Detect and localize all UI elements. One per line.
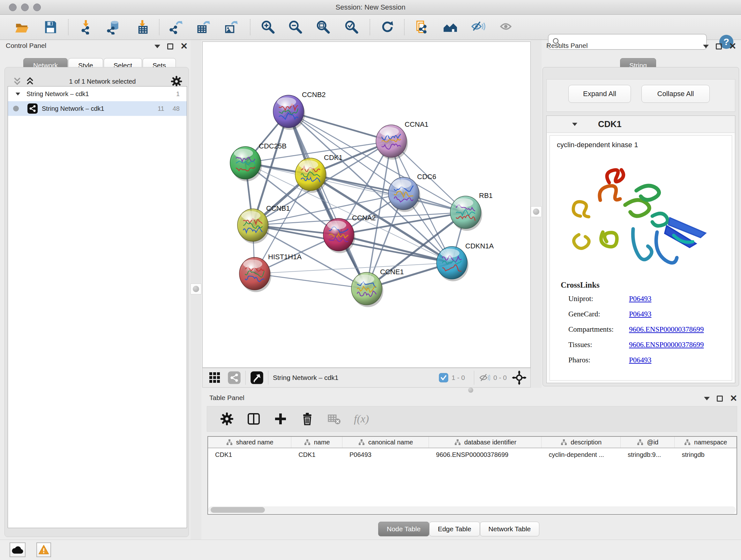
- network-node-CCNB2[interactable]: CCNB2: [273, 91, 326, 130]
- crosslink-value-link[interactable]: 9606.ENSP00000378699: [629, 325, 704, 334]
- scrollbar-thumb[interactable]: [211, 507, 265, 513]
- network-edge[interactable]: [288, 111, 367, 289]
- network-node-CCNA1[interactable]: CCNA1: [376, 120, 428, 160]
- zoom-fit-button[interactable]: [314, 17, 332, 37]
- gene-header[interactable]: CDK1: [547, 116, 735, 133]
- column-header-name[interactable]: name: [291, 437, 342, 448]
- column-header--id[interactable]: @id: [621, 437, 675, 448]
- control-panel-menu-icon[interactable]: [154, 45, 160, 48]
- network-edge[interactable]: [311, 174, 466, 212]
- network-node-count: 11: [158, 105, 164, 112]
- import-network-button[interactable]: [77, 17, 95, 37]
- table-panel-close-icon[interactable]: ✕: [730, 395, 737, 401]
- delete-column-icon[interactable]: [300, 412, 314, 426]
- table-cell: 9606.ENSP00000378699: [429, 448, 542, 461]
- column-header-database-identifier[interactable]: database identifier: [429, 437, 542, 448]
- table-tabs: Node TableEdge TableNetwork Table: [378, 522, 539, 537]
- tab-node-table[interactable]: Node Table: [378, 522, 429, 537]
- zoom-in-button[interactable]: [259, 17, 277, 37]
- crosslink-value-link[interactable]: P06493: [629, 356, 651, 364]
- open-session-icon: [14, 20, 29, 35]
- results-panel-close-icon[interactable]: ✕: [729, 43, 736, 50]
- show-columns-icon[interactable]: [247, 412, 261, 426]
- crosslink-value-link[interactable]: P06493: [629, 295, 651, 303]
- hide-selected-button[interactable]: [469, 17, 487, 37]
- collapse-all-button[interactable]: Collapse All: [642, 85, 710, 103]
- network-collection-row[interactable]: String Network – cdk1 1: [8, 86, 187, 101]
- export-table-button[interactable]: [194, 17, 212, 37]
- show-all-button[interactable]: [497, 17, 515, 37]
- network-graph[interactable]: CCNB2CCNA1CDC25BCDK1CDC6RB1CCNB1CCNA2CDK…: [203, 42, 530, 368]
- node-label-CCNA1: CCNA1: [405, 120, 428, 128]
- selected-checkbox-icon[interactable]: [439, 373, 448, 382]
- control-panel-close-icon[interactable]: ✕: [180, 43, 188, 50]
- column-header-canonical-name[interactable]: canonical name: [342, 437, 429, 448]
- show-all-icon: [499, 20, 514, 35]
- crosslink-value-link[interactable]: 9606.ENSP00000378699: [629, 341, 704, 349]
- table-row[interactable]: CDK1CDK1P064939606.ENSP00000378699cyclin…: [208, 448, 737, 461]
- export-network-button[interactable]: [167, 17, 185, 37]
- zoom-out-button[interactable]: [286, 17, 305, 37]
- toolbar-separator: [68, 19, 69, 35]
- right-splitter[interactable]: [531, 40, 542, 388]
- column-type-icon: [560, 439, 567, 446]
- expand-all-button[interactable]: Expand All: [568, 85, 631, 103]
- network-canvas[interactable]: CCNB2CCNA1CDC25BCDK1CDC6RB1CCNB1CCNA2CDK…: [202, 42, 531, 368]
- network-row[interactable]: String Network – cdk1 11 48: [8, 101, 187, 116]
- node-label-RB1: RB1: [479, 192, 493, 199]
- table-horizontal-scrollbar[interactable]: [208, 506, 736, 513]
- open-in-browser-icon[interactable]: [250, 371, 264, 384]
- left-splitter[interactable]: [191, 40, 201, 540]
- network-edge[interactable]: [255, 273, 367, 289]
- expand-all-icon[interactable]: [25, 77, 35, 86]
- crosslinks-title: CrossLinks: [561, 281, 732, 290]
- collapse-all-icon[interactable]: [13, 77, 22, 86]
- create-column-icon[interactable]: [273, 412, 287, 426]
- results-panel-float-icon[interactable]: [716, 44, 722, 50]
- network-node-HIST1H1A[interactable]: HIST1H1A: [239, 253, 301, 292]
- control-panel-float-icon[interactable]: [167, 44, 173, 50]
- column-header-namespace[interactable]: namespace: [675, 437, 737, 448]
- horizontal-splitter[interactable]: [202, 388, 741, 392]
- cloud-button[interactable]: [10, 543, 25, 557]
- table-panel-float-icon[interactable]: [717, 395, 723, 401]
- warnings-button[interactable]: [37, 543, 51, 557]
- import-table-button[interactable]: [133, 17, 151, 37]
- string-panel-icon[interactable]: [227, 371, 241, 384]
- open-session-button[interactable]: [13, 17, 30, 37]
- save-session-button[interactable]: [42, 17, 59, 37]
- crosslink-value-link[interactable]: P06493: [629, 310, 651, 318]
- splitter-handle[interactable]: [193, 286, 199, 292]
- fit-content-icon[interactable]: [512, 370, 527, 385]
- refresh-button[interactable]: [378, 17, 396, 37]
- birds-eye-view-icon[interactable]: [208, 371, 221, 384]
- tab-edge-table[interactable]: Edge Table: [429, 522, 480, 537]
- splitter-handle[interactable]: [533, 208, 539, 215]
- home-icon: [443, 20, 458, 35]
- tab-network-table[interactable]: Network Table: [480, 522, 540, 537]
- table-settings-gear-icon[interactable]: [220, 412, 234, 426]
- crosslink-row: GeneCard: P06493: [568, 310, 732, 318]
- export-image-button[interactable]: [222, 17, 240, 37]
- crosslink-label: Tissues:: [568, 341, 629, 349]
- tree-expander-icon[interactable]: [16, 92, 20, 96]
- import-network-database-button[interactable]: [105, 17, 122, 37]
- network-node-RB1[interactable]: RB1: [450, 192, 493, 231]
- crosslink-row: Pharos: P06493: [568, 356, 732, 364]
- node-table[interactable]: shared name name canonical name database…: [207, 436, 737, 515]
- column-header-description[interactable]: description: [542, 437, 620, 448]
- network-node-CDKN1A[interactable]: CDKN1A: [436, 242, 494, 281]
- network-node-CDK1[interactable]: CDK1: [295, 153, 343, 193]
- function-builder-icon-disabled: f(x): [354, 413, 369, 425]
- network-node-CDC6[interactable]: CDC6: [388, 173, 436, 212]
- zoom-selected-button[interactable]: [343, 17, 360, 37]
- table-cell: stringdb:9...: [621, 448, 675, 461]
- gene-details: cyclin-dependent kinase 1 CrossLinks Uni…: [549, 135, 732, 381]
- table-panel-menu-icon[interactable]: [704, 397, 710, 400]
- results-panel-menu-icon[interactable]: [703, 45, 709, 48]
- gear-icon[interactable]: [171, 75, 183, 87]
- gene-collapse-icon[interactable]: [572, 123, 577, 126]
- home-button[interactable]: [441, 17, 459, 37]
- share-file-button[interactable]: [413, 17, 430, 37]
- column-header-shared-name[interactable]: shared name: [208, 437, 291, 448]
